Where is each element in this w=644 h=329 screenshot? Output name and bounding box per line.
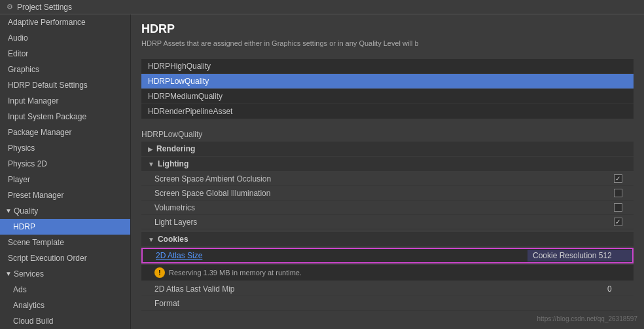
asset-item-hdrp-high-quality[interactable]: HDRPHighQuality (141, 59, 634, 74)
sidebar: Adaptive PerformanceAudioEditorGraphicsH… (0, 14, 131, 329)
prop-row-screen-space-global-illumination: Screen Space Global Illumination (141, 186, 634, 201)
rendering-arrow: ▶ (148, 145, 153, 153)
sidebar-item-audio[interactable]: Audio (0, 30, 130, 46)
prop-value-screen-space-global-illumination[interactable] (607, 189, 634, 197)
cookies-section-header[interactable]: ▼ Cookies (141, 232, 634, 246)
asset-item-hdrp-medium-quality[interactable]: HDRPMediumQuality (141, 89, 634, 104)
content-subtitle: HDRP Assets that are assigned either in … (141, 39, 634, 48)
prop-value-light-layers[interactable] (607, 218, 634, 226)
bottom-val-2d-atlas-last-valid-mip: 0 (607, 284, 634, 294)
sidebar-group-services-group[interactable]: ▼Services (0, 266, 130, 282)
prop-row-light-layers: Light Layers (141, 215, 634, 229)
warning-text: Reserving 1.39 MB in memory at runtime. (169, 269, 302, 277)
lighting-arrow: ▼ (148, 161, 154, 168)
sidebar-item-physics[interactable]: Physics (0, 140, 130, 156)
bottom-label-2d-atlas-last-valid-mip: 2D Atlas Last Valid Mip (141, 282, 607, 296)
atlas-size-label[interactable]: 2D Atlas Size (143, 249, 528, 262)
sidebar-item-input-system-package[interactable]: Input System Package (0, 109, 130, 125)
selected-asset-label: HDRPLowQuality (141, 126, 634, 142)
atlas-size-value: Cookie Resolution 512 (528, 250, 632, 261)
warning-icon: ! (154, 267, 165, 278)
bottom-rows: 2D Atlas Last Valid Mip0Format (141, 282, 634, 311)
bottom-row-2d-atlas-last-valid-mip: 2D Atlas Last Valid Mip0 (141, 282, 634, 296)
prop-label-screen-space-global-illumination: Screen Space Global Illumination (141, 187, 607, 200)
sidebar-item-input-manager[interactable]: Input Manager (0, 93, 130, 109)
rendering-label: Rendering (156, 144, 195, 153)
sidebar-item-adaptive-performance[interactable]: Adaptive Performance (0, 14, 130, 30)
title-bar: ⚙ Project Settings (0, 0, 644, 14)
asset-item-hd-render-pipeline-asset[interactable]: HDRenderPipelineAsset (141, 104, 634, 119)
sidebar-item-analytics[interactable]: Analytics (0, 298, 130, 313)
lighting-properties: Screen Space Ambient OcclusionScreen Spa… (141, 172, 634, 229)
title-bar-text: Project Settings (17, 3, 72, 12)
rendering-section-header[interactable]: ▶ Rendering (141, 142, 634, 156)
prop-row-screen-space-ambient-occlusion: Screen Space Ambient Occlusion (141, 172, 634, 186)
sidebar-item-ads[interactable]: Ads (0, 282, 130, 298)
prop-label-volumetrics: Volumetrics (141, 201, 607, 214)
sidebar-item-hdrp[interactable]: HDRP (0, 219, 130, 235)
sidebar-item-cloud-build[interactable]: Cloud Build (0, 313, 130, 329)
services-group-arrow: ▼ (5, 268, 12, 280)
prop-value-volumetrics[interactable] (607, 203, 634, 212)
prop-label-screen-space-ambient-occlusion: Screen Space Ambient Occlusion (141, 172, 607, 185)
sidebar-item-scene-template[interactable]: Scene Template (0, 235, 130, 250)
sidebar-group-quality-group[interactable]: ▼Quality (0, 203, 130, 219)
quality-group-label: Quality (14, 205, 38, 217)
checkbox-screen-space-ambient-occlusion[interactable] (614, 174, 622, 183)
bottom-label-format: Format (141, 297, 607, 310)
sidebar-item-physics-2d[interactable]: Physics 2D (0, 156, 130, 172)
asset-list: HDRPHighQualityHDRPLowQualityHDRPMediumQ… (141, 59, 634, 119)
cookies-arrow: ▼ (148, 236, 154, 243)
atlas-size-row[interactable]: 2D Atlas Size Cookie Resolution 512 (141, 248, 634, 263)
settings-icon: ⚙ (5, 3, 14, 12)
main-layout: Adaptive PerformanceAudioEditorGraphicsH… (0, 14, 644, 329)
checkbox-light-layers[interactable] (614, 218, 622, 226)
content-title: HDRP (141, 22, 634, 36)
bottom-row-format: Format (141, 296, 634, 311)
quality-group-arrow: ▼ (5, 205, 12, 217)
lighting-section-header[interactable]: ▼ Lighting (141, 157, 634, 171)
sidebar-item-script-execution-order[interactable]: Script Execution Order (0, 250, 130, 266)
watermark: https://blog.csdn.net/qq_26318597 (537, 315, 637, 322)
warning-row: ! Reserving 1.39 MB in memory at runtime… (141, 265, 634, 281)
sidebar-item-player[interactable]: Player (0, 172, 130, 187)
lighting-label: Lighting (158, 159, 188, 168)
cookies-label: Cookies (158, 235, 188, 244)
sidebar-item-editor[interactable]: Editor (0, 46, 130, 62)
prop-label-light-layers: Light Layers (141, 216, 607, 229)
sidebar-item-graphics[interactable]: Graphics (0, 62, 130, 77)
prop-value-screen-space-ambient-occlusion[interactable] (607, 174, 634, 183)
checkbox-screen-space-global-illumination[interactable] (614, 189, 622, 197)
services-group-label: Services (14, 268, 44, 280)
sidebar-item-package-manager[interactable]: Package Manager (0, 125, 130, 140)
checkbox-volumetrics[interactable] (614, 203, 622, 212)
prop-row-volumetrics: Volumetrics (141, 201, 634, 215)
sidebar-item-preset-manager[interactable]: Preset Manager (0, 187, 130, 203)
sidebar-item-hdrp-default-settings[interactable]: HDRP Default Settings (0, 77, 130, 93)
asset-item-hdrp-low-quality[interactable]: HDRPLowQuality (141, 74, 634, 89)
content-area: HDRP HDRP Assets that are assigned eithe… (131, 14, 644, 329)
